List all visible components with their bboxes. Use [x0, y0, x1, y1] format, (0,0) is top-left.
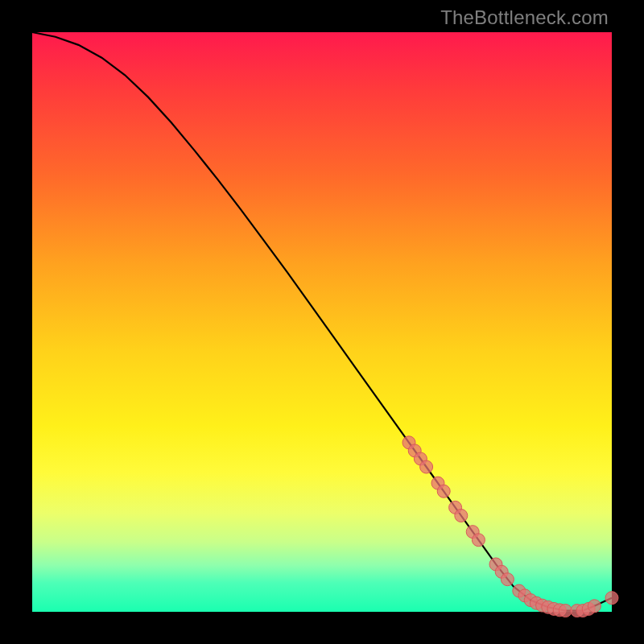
curve-marker [588, 600, 601, 613]
curve-marker [472, 534, 485, 547]
attribution-text: TheBottleneck.com [440, 6, 609, 29]
curve-markers [402, 436, 618, 617]
curve-line [32, 32, 612, 611]
curve-marker [437, 485, 450, 497]
curve-marker [501, 573, 514, 586]
curve-marker [605, 592, 618, 605]
bottleneck-curve [32, 32, 612, 612]
chart-frame: TheBottleneck.com [0, 0, 644, 644]
curve-marker [559, 605, 572, 617]
curve-marker [455, 509, 468, 522]
curve-marker [420, 460, 433, 473]
plot-area [32, 32, 612, 612]
